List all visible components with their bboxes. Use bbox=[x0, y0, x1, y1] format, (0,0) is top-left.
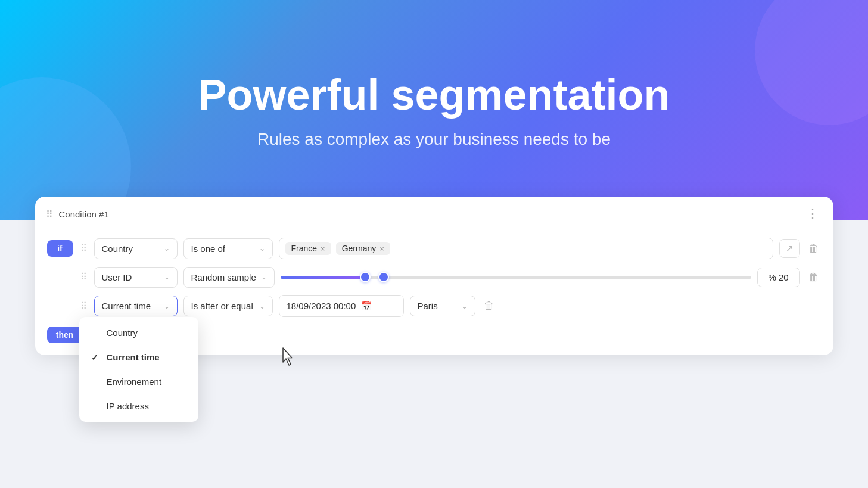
condition-row-2: ⠿ User ID ⌄ Random sample ⌄ % 20 bbox=[47, 266, 822, 288]
hero-subtitle: Rules as complex as your business needs … bbox=[257, 130, 611, 149]
row1-operator-select[interactable]: Is one of ⌄ bbox=[183, 238, 273, 259]
condition-title: Condition #1 bbox=[59, 209, 109, 219]
hero-title: Powerful segmentation bbox=[198, 72, 670, 119]
row2-field-chevron-icon: ⌄ bbox=[164, 273, 170, 281]
condition-row-3: ⠿ Current time ⌄ Is after or equal ⌄ 18/… bbox=[47, 295, 822, 317]
row2-op-chevron-icon: ⌄ bbox=[261, 273, 267, 281]
row3-delete-button[interactable]: 🗑 bbox=[481, 297, 497, 315]
card-drag-handle[interactable]: ⠿ bbox=[46, 209, 53, 220]
row3-timezone-select[interactable]: Paris ⌄ bbox=[410, 296, 475, 316]
card-area: ⠿ Condition #1 ⋮ if ⠿ Country ⌄ Is one o… bbox=[0, 220, 868, 488]
row3-date-input[interactable]: 18/09/2023 00:00 📅 bbox=[279, 295, 404, 317]
card-header-left: ⠿ Condition #1 bbox=[46, 209, 109, 220]
row1-expand-button[interactable]: ↗ bbox=[779, 239, 800, 258]
row2-percent-value: % 20 bbox=[757, 268, 800, 287]
more-options-button[interactable]: ⋮ bbox=[806, 207, 819, 220]
row2-delete-button[interactable]: 🗑 bbox=[806, 269, 822, 286]
row1-delete-button[interactable]: 🗑 bbox=[806, 240, 822, 257]
row3-timezone-chevron-icon: ⌄ bbox=[462, 302, 468, 310]
dropdown-item-environement[interactable]: Environement bbox=[79, 369, 198, 394]
check-placeholder bbox=[91, 328, 101, 338]
condition-card: ⠿ Condition #1 ⋮ if ⠿ Country ⌄ Is one o… bbox=[35, 197, 833, 355]
check-placeholder3 bbox=[91, 402, 101, 411]
row2-field-select[interactable]: User ID ⌄ bbox=[94, 267, 178, 288]
row3-field-select[interactable]: Current time ⌄ bbox=[94, 296, 178, 316]
dropdown-item-current-time[interactable]: ✓ Current time bbox=[79, 345, 198, 369]
slider-fill bbox=[281, 276, 365, 279]
hero-section: Powerful segmentation Rules as complex a… bbox=[0, 0, 868, 220]
then-badge: then bbox=[47, 327, 83, 343]
row1-op-chevron-icon: ⌄ bbox=[259, 244, 265, 253]
tag-france: France × bbox=[285, 242, 331, 255]
tag-france-remove[interactable]: × bbox=[321, 244, 325, 253]
row1-field-select[interactable]: Country ⌄ bbox=[94, 238, 178, 259]
calendar-icon: 📅 bbox=[360, 300, 372, 312]
row3-op-chevron-icon: ⌄ bbox=[259, 302, 265, 310]
row3-operator-select[interactable]: Is after or equal ⌄ bbox=[183, 296, 273, 316]
row1-drag-handle[interactable]: ⠿ bbox=[79, 243, 88, 254]
dropdown-item-country[interactable]: Country bbox=[79, 321, 198, 345]
slider-track bbox=[281, 276, 751, 279]
cursor-overlay bbox=[279, 346, 298, 371]
row1-tags-container[interactable]: France × Germany × bbox=[279, 238, 773, 259]
dropdown-item-ip-address[interactable]: IP address bbox=[79, 394, 198, 418]
row2-drag-handle[interactable]: ⠿ bbox=[79, 272, 88, 282]
check-placeholder2 bbox=[91, 377, 101, 387]
tag-germany-remove[interactable]: × bbox=[379, 244, 384, 253]
if-badge: if bbox=[47, 240, 73, 257]
row3-field-chevron-icon: ⌄ bbox=[164, 302, 170, 310]
card-header: ⠿ Condition #1 ⋮ bbox=[35, 197, 833, 229]
slider-thumb-left[interactable] bbox=[360, 272, 371, 282]
condition-row-1: if ⠿ Country ⌄ Is one of ⌄ France × Ge bbox=[47, 238, 822, 259]
row1-field-chevron-icon: ⌄ bbox=[164, 244, 170, 253]
row2-slider[interactable] bbox=[281, 266, 751, 288]
row2-operator-select[interactable]: Random sample ⌄ bbox=[183, 267, 275, 288]
row3-drag-handle[interactable]: ⠿ bbox=[79, 301, 88, 312]
check-icon-current-time: ✓ bbox=[91, 353, 101, 362]
tag-germany: Germany × bbox=[336, 242, 390, 255]
field-dropdown-menu: Country ✓ Current time Environement IP a… bbox=[79, 317, 198, 422]
rows-area: if ⠿ Country ⌄ Is one of ⌄ France × Ge bbox=[35, 229, 833, 319]
slider-thumb-right[interactable] bbox=[378, 272, 389, 282]
